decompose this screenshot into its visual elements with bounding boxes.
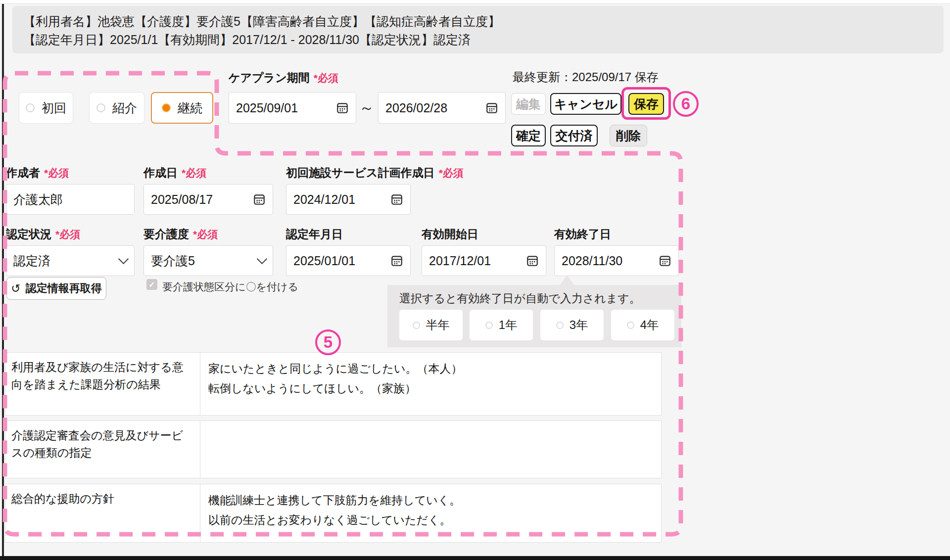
care-level-select[interactable]: 要介護5 [143, 245, 273, 276]
row-value-analysis-result[interactable]: 家にいたときと同じように過ごしたい。（本人） 転倒しないようにしてほしい。（家族… [200, 353, 661, 415]
delivered-button[interactable]: 交付済 [550, 125, 598, 146]
radio-four-year[interactable]: 4年 [611, 310, 674, 340]
save-button[interactable]: 保存 [628, 93, 664, 115]
check-icon: ✓ [148, 280, 155, 289]
cert-status-select[interactable]: 認定済 [6, 245, 135, 276]
calendar-icon[interactable] [526, 254, 539, 267]
care-level-circle-checkbox-label: 要介護状態区分に〇を付ける [162, 280, 298, 294]
calendar-icon[interactable] [253, 193, 266, 206]
calendar-icon[interactable] [336, 101, 349, 114]
care-level-circle-checkbox[interactable]: ✓ [146, 279, 157, 290]
radio-circle-icon [413, 322, 420, 329]
required-badge: *必須 [193, 229, 218, 240]
cert-date-label: 認定年月日 [286, 227, 343, 242]
radio-selected-icon [162, 103, 171, 112]
radio-half-year[interactable]: 半年 [399, 310, 463, 340]
refetch-cert-info-button[interactable]: ↺ 認定情報再取得 [6, 277, 106, 300]
valid-end-input[interactable]: 2028/11/30 [554, 245, 679, 276]
period-tilde: ～ [359, 98, 374, 118]
calendar-icon[interactable] [659, 254, 671, 267]
care-plan-page: 【利用者名】池袋恵【介護度】要介護5【障害高齢者自立度】【認知症高齢者自立度】 … [0, 0, 950, 560]
radio-circle-icon [556, 322, 564, 329]
tooltip-text: 選択すると有効終了日が自動で入力されます。 [399, 291, 641, 306]
initial-plan-date-input[interactable]: 2024/12/01 [286, 184, 411, 215]
refresh-icon: ↺ [11, 282, 20, 295]
radio-circle-icon [26, 103, 35, 112]
valid-start-input[interactable]: 2017/12/01 [422, 245, 546, 276]
radio-three-year[interactable]: 3年 [540, 310, 604, 340]
radio-plan-type-first[interactable]: 初回 [19, 92, 73, 124]
row-label-committee-opinion: 介護認定審査会の意見及びサービスの種類の指定 [5, 421, 200, 478]
radio-plan-type-continuation[interactable]: 継続 [151, 92, 213, 124]
radio-plan-type-referral-label: 紹介 [112, 100, 137, 116]
cancel-button[interactable]: キャンセル [550, 93, 621, 115]
calendar-icon[interactable] [390, 193, 403, 206]
created-date-input[interactable]: 2025/08/17 [143, 184, 273, 215]
bottom-bar [0, 556, 950, 560]
required-badge: *必須 [55, 229, 80, 240]
calendar-icon[interactable] [485, 101, 498, 114]
annotation-circle-6: 6 [673, 91, 699, 117]
radio-circle-icon [485, 322, 493, 329]
edit-button[interactable]: 編集 [511, 93, 546, 115]
tooltip-arrow [559, 275, 575, 286]
cert-date-input[interactable]: 2025/01/01 [286, 245, 411, 276]
created-date-label: 作成日*必須 [143, 165, 206, 181]
radio-circle-icon [96, 103, 105, 112]
patient-info-banner: 【利用者名】池袋恵【介護度】要介護5【障害高齢者自立度】【認知症高齢者自立度】 … [12, 6, 944, 53]
confirm-button[interactable]: 確定 [511, 125, 546, 146]
row-label-overall-policy: 総合的な援助の方針 [5, 484, 200, 542]
left-panel-edge [2, 4, 4, 556]
auto-end-date-tooltip: 選択すると有効終了日が自動で入力されます。 半年 1年 3年 4年 [387, 285, 681, 347]
table-row-analysis-result: 利用者及び家族の生活に対する意向を踏まえた課題分析の結果 家にいたときと同じよう… [5, 352, 662, 416]
patient-info-line1: 【利用者名】池袋恵【介護度】要介護5【障害高齢者自立度】【認知症高齢者自立度】 [23, 12, 933, 31]
required-badge: *必須 [439, 167, 464, 179]
chevron-down-icon [118, 253, 129, 264]
patient-info-line2: 【認定年月日】2025/1/1【有効期間】2017/12/1 - 2028/11… [23, 31, 933, 49]
creator-label: 作成者*必須 [6, 165, 69, 181]
radio-plan-type-first-label: 初回 [42, 100, 66, 116]
initial-plan-date-label: 初回施設サービス計画作成日*必須 [286, 165, 464, 181]
last-updated-status: 最終更新：2025/09/17 保存 [513, 69, 659, 85]
calendar-icon[interactable] [390, 254, 403, 267]
cert-status-label: 認定状況*必須 [6, 227, 80, 242]
table-row-overall-policy: 総合的な援助の方針 機能訓練士と連携して下肢筋力を維持していく。 以前の生活とお… [5, 484, 662, 543]
required-badge: *必須 [182, 167, 206, 179]
radio-circle-icon [627, 322, 634, 329]
care-level-label: 要介護度*必須 [143, 227, 218, 242]
row-label-analysis-result: 利用者及び家族の生活に対する意向を踏まえた課題分析の結果 [5, 353, 200, 415]
creator-input[interactable]: 介護太郎 [6, 184, 135, 215]
required-badge: *必須 [314, 72, 338, 84]
care-plan-period-end-input[interactable]: 2026/02/28 [378, 92, 506, 124]
table-row-committee-opinion: 介護認定審査会の意見及びサービスの種類の指定 [5, 420, 662, 478]
chevron-down-icon [257, 253, 267, 264]
valid-start-label: 有効開始日 [422, 227, 478, 242]
top-strip [0, 0, 950, 4]
delete-button[interactable]: 削除 [610, 125, 647, 146]
row-value-overall-policy[interactable]: 機能訓練士と連携して下肢筋力を維持していく。 以前の生活とお変わりなく過ごしてい… [200, 484, 661, 542]
radio-one-year[interactable]: 1年 [470, 310, 533, 340]
row-value-committee-opinion[interactable] [200, 421, 661, 478]
care-plan-period-label: ケアプラン期間*必須 [229, 70, 338, 86]
annotation-circle-5: 5 [315, 329, 341, 355]
valid-end-label: 有効終了日 [554, 227, 611, 242]
radio-plan-type-referral[interactable]: 紹介 [89, 92, 144, 124]
radio-plan-type-continuation-label: 継続 [178, 100, 202, 116]
care-plan-period-start-input[interactable]: 2025/09/01 [229, 92, 356, 124]
required-badge: *必須 [44, 167, 69, 179]
